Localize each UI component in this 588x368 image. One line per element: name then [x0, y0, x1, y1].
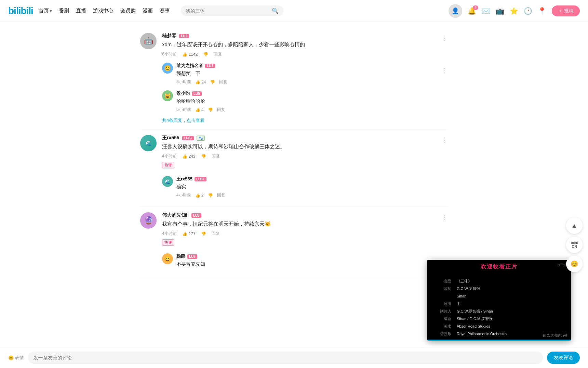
- comment-avatar[interactable]: 🔮: [140, 212, 157, 229]
- comment-username[interactable]: 伟大的先知li: [162, 212, 189, 218]
- like-button[interactable]: 👍 1142: [182, 52, 198, 57]
- reply-username[interactable]: 景小昀: [176, 90, 190, 97]
- nav-right-icons: 👤 🔔 9 ✉️ 📺 ⭐ 🕐 📍 ＋ 投稿: [449, 4, 580, 18]
- comment-more-menu[interactable]: ⋮: [442, 136, 448, 144]
- mini-player-button[interactable]: miniON: [566, 237, 583, 253]
- search-bar: 🔍: [181, 5, 283, 16]
- comment-user-line: 楠梦零 LU5: [162, 33, 448, 39]
- comment-meta: 4小时前 👍 177 👎 回复: [162, 231, 448, 237]
- reply-username[interactable]: 维为之指名者: [176, 63, 203, 69]
- like-icon: 👍: [195, 107, 200, 112]
- like-button[interactable]: 👍 243: [182, 154, 196, 159]
- reply-avatar[interactable]: 🐱: [162, 90, 173, 101]
- hot-tag: 热评: [162, 239, 174, 246]
- dislike-button[interactable]: 👎: [201, 231, 206, 236]
- nav-links: 首页 番剧 直播 游戏中心 会员购 漫画 赛事: [39, 8, 170, 14]
- comment-avatar[interactable]: 🌊: [140, 135, 157, 151]
- reply-button[interactable]: 回复: [212, 153, 220, 159]
- reply-avatar[interactable]: 😊: [162, 63, 173, 74]
- avatar[interactable]: 👤: [449, 4, 462, 18]
- replies-container: 🌊 王rx555 LU6+ 确实 4小时前 👍 2: [162, 173, 448, 201]
- nav-esports[interactable]: 赛事: [160, 8, 170, 14]
- comment-username[interactable]: 王rx555: [162, 135, 179, 141]
- reply-like-button[interactable]: 👍 2: [195, 193, 204, 198]
- reply-like-button[interactable]: 👍 24: [195, 80, 206, 85]
- video-title: 欢迎收看正片: [427, 260, 571, 274]
- comment-more-menu[interactable]: ⋮: [442, 214, 448, 221]
- mini-player-label: miniON: [571, 241, 578, 249]
- reply-dislike-button[interactable]: 👎: [208, 107, 213, 112]
- comment-time: 4小时前: [162, 153, 177, 159]
- arrow-up-icon: ▲: [571, 222, 577, 229]
- reply-time: 6小时前: [176, 107, 191, 113]
- reply-dislike-button[interactable]: 👎: [210, 80, 215, 85]
- comment-time: 6小时前: [162, 51, 177, 57]
- credit-row: 监制 G.C.W.罗智强: [434, 285, 564, 292]
- more-replies-link[interactable]: 共4条回复，点击查看: [162, 117, 448, 124]
- reply-reply-button[interactable]: 回复: [217, 107, 225, 113]
- reply-user-line: 點踩 LU5: [176, 253, 448, 259]
- bilibili-logo[interactable]: bilibili: [8, 5, 33, 16]
- reply-button[interactable]: 回复: [214, 51, 222, 57]
- reply-username[interactable]: 王rx555: [176, 176, 192, 182]
- comment-avatar[interactable]: 🤖: [140, 33, 157, 49]
- search-input[interactable]: [186, 8, 272, 14]
- top-navigation: bilibili 首页 番剧 直播 游戏中心 会员购 漫画 赛事 🔍 👤 🔔 9…: [0, 0, 588, 22]
- search-icon[interactable]: 🔍: [272, 8, 279, 14]
- reply-time: 4小时前: [176, 192, 191, 198]
- comment-text: 我宣布个事，恒纪元将在明天开始，持续六天🐱: [162, 220, 448, 228]
- reply-reply-button[interactable]: 回复: [219, 79, 227, 85]
- comment-body: 王rx555 LU6+ 🐾 汪淼人设确实可以，期待和沙瑞山合作破解三体之迷。 4…: [162, 135, 448, 201]
- comment-text: xdm，过年应该开开心心的，多陪陪家人，少看一些影响心情的: [162, 40, 448, 49]
- credit-row: 出品 《三体》: [434, 277, 564, 285]
- reply-avatar[interactable]: 🌊: [162, 176, 173, 187]
- reply-body: 景小昀 LU5 哈哈哈哈哈哈 6小时前 👍 4 👎 回复: [176, 90, 448, 113]
- upload-button[interactable]: ＋ 投稿: [552, 5, 580, 16]
- reply-avatar[interactable]: 😄: [162, 253, 173, 264]
- comment-meta: 6小时前 👍 1142 👎 回复: [162, 51, 448, 57]
- reply-body: 维为之指名者 LU5 我想笑一下 6小时前 👍 24 👎 回复: [176, 63, 448, 85]
- reply-body: 王rx555 LU6+ 确实 4小时前 👍 2 👎 回复: [176, 176, 448, 198]
- scroll-to-top-button[interactable]: ▲: [566, 217, 583, 234]
- comment-username[interactable]: 楠梦零: [162, 33, 176, 39]
- comment-text: 汪淼人设确实可以，期待和沙瑞山合作破解三体之迷。: [162, 142, 448, 151]
- nav-bangumi[interactable]: 番剧: [59, 8, 69, 14]
- like-button[interactable]: 👍 177: [182, 231, 196, 236]
- credit-row: 编剧 Sihan / G.C.M.罗智强: [434, 315, 564, 318]
- reply-dislike-button[interactable]: 👎: [208, 193, 213, 198]
- emoji-sidebar-button[interactable]: 😊: [566, 256, 583, 272]
- reply-item: 😊 维为之指名者 LU5 我想笑一下 6小时前 👍 24: [162, 60, 448, 88]
- nav-game[interactable]: 游戏中心: [93, 8, 113, 14]
- nav-manga[interactable]: 漫画: [143, 8, 153, 14]
- reply-reply-button[interactable]: 回复: [217, 192, 225, 198]
- reply-button[interactable]: 回复: [212, 231, 220, 237]
- reply-item: 🌊 王rx555 LU6+ 确实 4小时前 👍 2: [162, 173, 448, 201]
- reply-more-menu[interactable]: ⋮: [442, 67, 448, 74]
- reply-username[interactable]: 點踩: [176, 253, 185, 259]
- location-icon[interactable]: 📍: [538, 7, 546, 15]
- dislike-button[interactable]: 👎: [201, 154, 206, 159]
- comment-item: 🌊 王rx555 LU6+ 🐾 汪淼人设确实可以，期待和沙瑞山合作破解三体之迷。…: [140, 129, 448, 207]
- upload-icon: ＋: [558, 8, 563, 14]
- reply-meta: 4小时前 👍 2 👎 回复: [176, 192, 448, 198]
- reply-level-badge: LU5: [187, 254, 197, 259]
- notification-icon[interactable]: 🔔 9: [468, 7, 476, 15]
- reply-level-badge: LU5: [205, 64, 215, 68]
- message-icon[interactable]: ✉️: [482, 7, 490, 15]
- like-icon: 👍: [195, 80, 200, 85]
- reply-like-button[interactable]: 👍 4: [195, 107, 204, 112]
- dislike-button[interactable]: 👎: [203, 52, 208, 57]
- reply-item: 😄 點踩 LU5 不要冒充先知: [162, 251, 448, 272]
- history-icon[interactable]: 🕐: [524, 7, 532, 15]
- reply-user-line: 景小昀 LU5: [176, 90, 448, 97]
- nav-shop[interactable]: 会员购: [120, 8, 136, 14]
- reply-level-badge: LU5: [192, 91, 202, 96]
- dynamic-icon[interactable]: 📺: [496, 7, 504, 15]
- reply-user-line: 王rx555 LU6+: [176, 176, 448, 182]
- reply-body: 點踩 LU5 不要冒充先知: [176, 253, 448, 270]
- nav-home[interactable]: 首页: [39, 8, 52, 14]
- comment-more-menu[interactable]: ⋮: [442, 34, 448, 42]
- comments-section: 🤖 楠梦零 LU5 xdm，过年应该开开心心的，多陪陪家人，少看一些影响心情的 …: [140, 22, 448, 318]
- favorites-icon[interactable]: ⭐: [510, 7, 518, 15]
- nav-live[interactable]: 直播: [76, 8, 86, 14]
